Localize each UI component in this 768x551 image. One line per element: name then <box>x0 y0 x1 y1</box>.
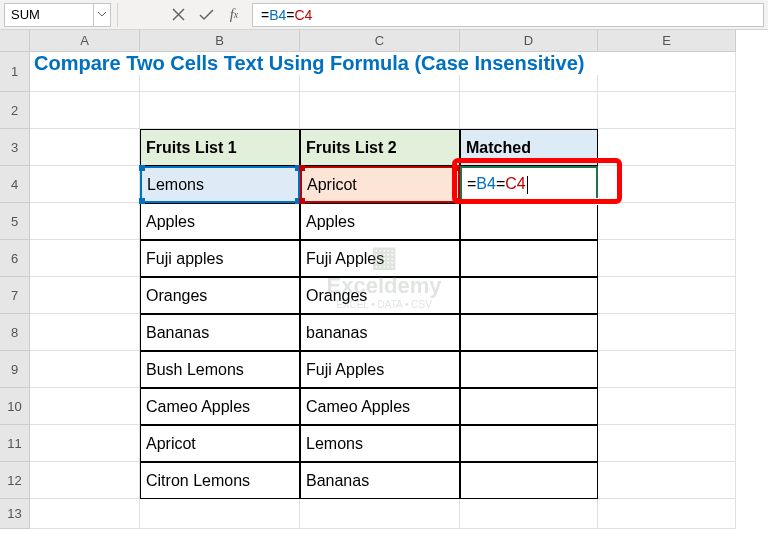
table-header[interactable]: Fruits List 2 <box>300 129 460 166</box>
cell[interactable]: Fuji Apples <box>300 240 460 277</box>
cell[interactable] <box>30 351 140 388</box>
row-header-2[interactable]: 2 <box>0 92 30 129</box>
cell[interactable] <box>30 240 140 277</box>
page-title[interactable]: Compare Two Cells Text Using Formula (Ca… <box>30 52 630 75</box>
chevron-down-icon <box>98 12 106 17</box>
x-icon <box>172 8 185 21</box>
cell[interactable]: Citron Lemons <box>140 462 300 499</box>
col-header-C[interactable]: C <box>300 30 460 52</box>
cell[interactable] <box>140 499 300 529</box>
grid-row: Oranges Oranges <box>30 277 768 314</box>
cell[interactable]: Apricot <box>140 425 300 462</box>
cell[interactable] <box>460 277 598 314</box>
cell[interactable]: Bananas <box>140 314 300 351</box>
cell[interactable]: Bush Lemons <box>140 351 300 388</box>
grid-row: Fruits List 1 Fruits List 2 Matched <box>30 129 768 166</box>
cell[interactable] <box>598 166 736 203</box>
cell[interactable] <box>30 314 140 351</box>
cell-ref-b4[interactable]: Lemons <box>140 166 300 203</box>
cell[interactable] <box>140 92 300 129</box>
cell[interactable] <box>460 92 598 129</box>
grid-row: Apples Apples <box>30 203 768 240</box>
cell[interactable] <box>598 129 736 166</box>
cell[interactable] <box>30 166 140 203</box>
active-cell-d4[interactable]: =B4=C4 <box>460 166 598 203</box>
cell[interactable] <box>30 388 140 425</box>
cell[interactable] <box>598 425 736 462</box>
cell[interactable]: Oranges <box>140 277 300 314</box>
cell-ref-c4[interactable]: Apricot <box>300 166 460 203</box>
cell[interactable] <box>598 388 736 425</box>
enter-button[interactable] <box>192 3 220 27</box>
grid-row <box>30 499 768 529</box>
row-header-1[interactable]: 1 <box>0 52 30 92</box>
grid: Compare Two Cells Text Using Formula (Ca… <box>30 52 768 529</box>
cell[interactable] <box>460 314 598 351</box>
cell[interactable]: Fuji apples <box>140 240 300 277</box>
cell[interactable] <box>460 499 598 529</box>
col-header-A[interactable]: A <box>30 30 140 52</box>
cell[interactable]: Cameo Apples <box>300 388 460 425</box>
cell[interactable] <box>30 425 140 462</box>
spreadsheet: A B C D E 1 2 3 4 5 6 7 8 9 10 11 12 13 <box>0 30 768 551</box>
row-header-12[interactable]: 12 <box>0 462 30 499</box>
formula-input[interactable]: =B4=C4 <box>252 3 764 27</box>
cell[interactable] <box>598 499 736 529</box>
cell[interactable] <box>598 277 736 314</box>
cell[interactable] <box>598 314 736 351</box>
cell[interactable] <box>30 129 140 166</box>
grid-row: Fuji apples Fuji Apples <box>30 240 768 277</box>
table-header[interactable]: Matched <box>460 129 598 166</box>
cell[interactable] <box>598 203 736 240</box>
cell[interactable] <box>598 462 736 499</box>
row-header-4[interactable]: 4 <box>0 166 30 203</box>
cell[interactable] <box>460 462 598 499</box>
cell[interactable] <box>300 499 460 529</box>
insert-function-button[interactable]: fx <box>220 3 248 27</box>
row-header-6[interactable]: 6 <box>0 240 30 277</box>
cell[interactable] <box>460 388 598 425</box>
cell[interactable]: Cameo Apples <box>140 388 300 425</box>
cell[interactable]: Oranges <box>300 277 460 314</box>
cell[interactable] <box>460 240 598 277</box>
cell[interactable]: Fuji Apples <box>300 351 460 388</box>
name-box[interactable]: SUM <box>4 3 94 27</box>
row-header-10[interactable]: 10 <box>0 388 30 425</box>
cell[interactable] <box>598 240 736 277</box>
row-header-8[interactable]: 8 <box>0 314 30 351</box>
cell[interactable]: Apples <box>140 203 300 240</box>
col-header-E[interactable]: E <box>598 30 736 52</box>
cell[interactable] <box>460 425 598 462</box>
cancel-button[interactable] <box>164 3 192 27</box>
cell[interactable] <box>460 351 598 388</box>
cell[interactable] <box>300 92 460 129</box>
divider <box>117 3 118 27</box>
row-header-9[interactable]: 9 <box>0 351 30 388</box>
cell[interactable] <box>598 92 736 129</box>
cell[interactable] <box>30 203 140 240</box>
check-icon <box>199 8 214 21</box>
row-header-3[interactable]: 3 <box>0 129 30 166</box>
name-box-dropdown[interactable] <box>94 3 111 27</box>
formula-text: =B4=C4 <box>261 7 312 23</box>
cell[interactable]: Apples <box>300 203 460 240</box>
cell[interactable]: bananas <box>300 314 460 351</box>
cell[interactable]: Bananas <box>300 462 460 499</box>
cell[interactable] <box>30 92 140 129</box>
cell[interactable] <box>30 277 140 314</box>
cell[interactable] <box>460 203 598 240</box>
table-header[interactable]: Fruits List 1 <box>140 129 300 166</box>
col-header-B[interactable]: B <box>140 30 300 52</box>
fill-handle[interactable] <box>593 198 600 205</box>
select-all-corner[interactable] <box>0 30 30 52</box>
cell[interactable] <box>598 351 736 388</box>
row-header-5[interactable]: 5 <box>0 203 30 240</box>
row-header-11[interactable]: 11 <box>0 425 30 462</box>
row-header-7[interactable]: 7 <box>0 277 30 314</box>
cell[interactable] <box>30 499 140 529</box>
grid-row: Citron Lemons Bananas <box>30 462 768 499</box>
cell[interactable]: Lemons <box>300 425 460 462</box>
row-header-13[interactable]: 13 <box>0 499 30 529</box>
col-header-D[interactable]: D <box>460 30 598 52</box>
cell[interactable] <box>30 462 140 499</box>
